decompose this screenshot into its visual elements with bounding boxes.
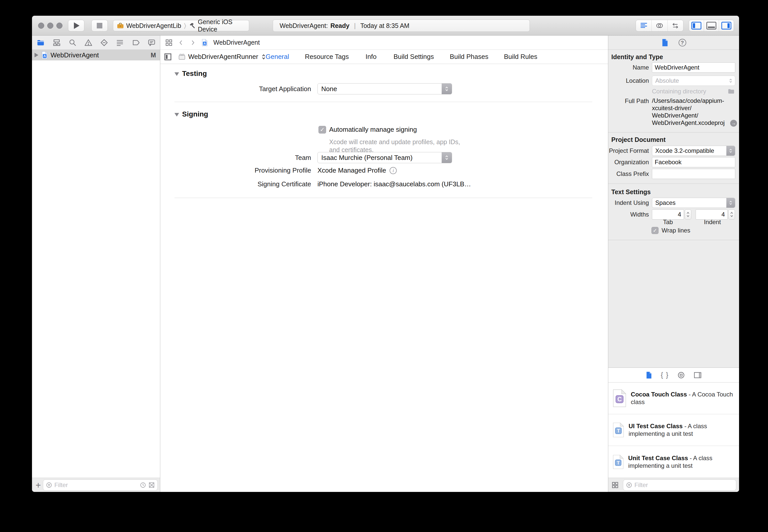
object-library-tab[interactable] [677, 371, 685, 379]
library-filter-field[interactable] [623, 479, 736, 491]
tab-resource-tags[interactable]: Resource Tags [305, 53, 349, 61]
target-selector[interactable]: WebDriverAgentRunner [178, 53, 266, 61]
library-item-text: UI Test Case Class - A class implementin… [629, 422, 734, 438]
navigator-filter-field[interactable] [43, 479, 158, 491]
media-library-tab[interactable] [694, 371, 702, 379]
file-template-library-tab[interactable] [646, 371, 652, 379]
signing-section-header[interactable]: Signing [174, 110, 208, 118]
indent-using-row: Indent Using Spaces [608, 198, 739, 208]
svg-text:T: T [617, 428, 620, 434]
class-prefix-label: Class Prefix [608, 170, 649, 177]
grid-view-icon[interactable] [611, 481, 619, 489]
tab-general[interactable]: General [266, 53, 289, 61]
version-editor-button[interactable] [667, 20, 683, 31]
section-disclosure-icon[interactable] [174, 113, 179, 117]
library-item-ui-test-case-class[interactable]: T UI Test Case Class - A class implement… [608, 414, 739, 446]
scheme-selector[interactable]: WebDriverAgentLib 〉 Generic iOS Device [113, 20, 249, 31]
test-navigator-tab[interactable] [100, 39, 108, 47]
tab-sub-label: Tab [652, 219, 684, 226]
target-application-popup[interactable]: None [317, 83, 452, 94]
tab-info[interactable]: Info [365, 53, 376, 61]
add-button[interactable]: + [36, 480, 41, 491]
inspector-panel-icon [721, 22, 732, 30]
library-panel: { } C Cocoa Touch Class - A Cocoa Touch … [608, 368, 739, 492]
indent-width-field[interactable] [696, 209, 728, 220]
widths-row: Widths [608, 209, 739, 220]
standard-editor-icon [640, 22, 648, 29]
jump-bar: A WebDriverAgent [160, 36, 608, 50]
file-inspector-tab[interactable] [661, 39, 668, 47]
close-window-button[interactable] [38, 23, 44, 29]
testing-section-title: Testing [182, 70, 207, 78]
minimize-window-button[interactable] [47, 23, 53, 29]
breakpoint-navigator-tab[interactable] [131, 39, 140, 47]
debug-area-toggle-button[interactable] [704, 20, 719, 31]
recents-clock-icon[interactable] [140, 482, 146, 488]
project-row[interactable]: A WebDriverAgent M [32, 50, 160, 60]
tab-build-phases[interactable]: Build Phases [450, 53, 489, 61]
class-prefix-row: Class Prefix [608, 169, 739, 179]
navigator-filter-input[interactable] [54, 481, 138, 489]
class-prefix-field[interactable] [652, 169, 735, 179]
tab-width-stepper[interactable] [685, 209, 691, 220]
auto-signing-checkbox[interactable]: ✓ [318, 126, 326, 134]
quick-help-tab[interactable]: ? [679, 39, 686, 46]
indent-using-value: Spaces [655, 199, 676, 206]
hammer-icon [189, 22, 195, 29]
run-button[interactable] [68, 20, 84, 31]
symbol-navigator-tab[interactable] [52, 39, 61, 47]
scheme-chevron: 〉 [184, 22, 186, 30]
library-filter-input[interactable] [634, 481, 733, 489]
organization-field[interactable] [652, 157, 735, 167]
assistant-editor-button[interactable] [651, 20, 667, 31]
scheme-name[interactable]: WebDriverAgentLib [126, 22, 181, 29]
disclosure-triangle-icon[interactable] [35, 53, 38, 57]
code-snippet-library-tab[interactable]: { } [661, 371, 669, 379]
testing-section-header[interactable]: Testing [174, 70, 207, 78]
indent-width-stepper[interactable] [728, 209, 735, 220]
library-item-unit-test-case-class[interactable]: T Unit Test Case Class - A class impleme… [608, 446, 739, 478]
test-template-icon: T [613, 420, 624, 440]
info-icon[interactable]: i [390, 167, 397, 174]
jumpbar-title[interactable]: WebDriverAgent [213, 39, 260, 46]
target-name[interactable]: WebDriverAgentRunner [188, 53, 258, 61]
find-navigator-tab[interactable] [68, 39, 77, 47]
project-navigator-tab[interactable] [36, 39, 45, 47]
destination-name[interactable]: Generic iOS Device [198, 18, 245, 33]
debug-navigator-tab[interactable] [116, 39, 124, 47]
library-item-cocoa-touch-class[interactable]: C Cocoa Touch Class - A Cocoa Touch clas… [608, 383, 739, 414]
forward-button[interactable] [189, 39, 196, 46]
toolbar: WebDriverAgentLib 〉 Generic iOS Device W… [32, 16, 739, 36]
tab-build-rules[interactable]: Build Rules [504, 53, 537, 61]
location-label: Location [608, 77, 649, 84]
standard-editor-button[interactable] [636, 20, 651, 31]
report-navigator-tab[interactable] [147, 39, 156, 47]
zoom-window-button[interactable] [56, 23, 62, 29]
popup-chevrons-icon [726, 76, 735, 86]
source-control-filter-icon[interactable] [148, 482, 155, 488]
navigator-outline[interactable] [32, 60, 160, 478]
indent-using-popup[interactable]: Spaces [652, 198, 735, 208]
related-items-icon[interactable] [165, 39, 173, 46]
popup-chevrons-icon [726, 198, 735, 208]
project-format-value: Xcode 3.2-compatible [655, 147, 714, 154]
section-disclosure-icon[interactable] [174, 72, 179, 76]
provisioning-profile-label: Provisioning Profile [160, 167, 311, 174]
issue-navigator-tab[interactable] [84, 39, 93, 47]
inspector-toggle-button[interactable] [719, 20, 734, 31]
editor-sidebar-toggle[interactable] [164, 53, 172, 61]
project-format-popup[interactable]: Xcode 3.2-compatible [652, 146, 735, 156]
tab-width-field[interactable] [652, 209, 684, 220]
folder-icon[interactable] [728, 89, 734, 94]
go-to-path-arrow[interactable]: → [730, 120, 737, 127]
stop-button[interactable] [91, 20, 108, 31]
back-button[interactable] [178, 39, 184, 46]
wrap-lines-checkbox[interactable]: ✓ [651, 227, 659, 234]
navigator-filter-bar: + [32, 478, 160, 492]
team-popup[interactable]: Isaac Murchie (Personal Team) [317, 152, 452, 163]
location-popup[interactable]: Absolute [652, 76, 735, 86]
name-field[interactable] [652, 62, 735, 73]
project-format-label: Project Format [608, 147, 649, 154]
navigator-toggle-button[interactable] [689, 20, 704, 31]
tab-build-settings[interactable]: Build Settings [394, 53, 434, 61]
